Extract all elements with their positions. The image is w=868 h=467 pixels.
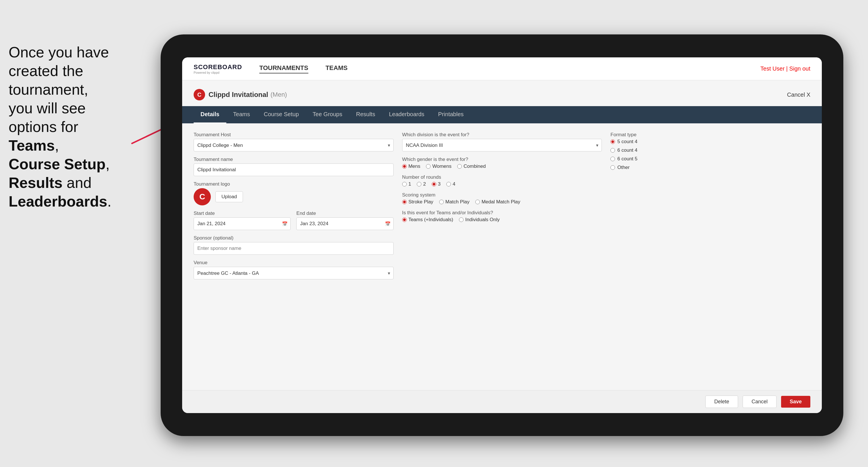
- tournament-host-select-wrap: Clippd College - Men: [194, 139, 394, 152]
- teams-radio-group: Teams (+Individuals) Individuals Only: [402, 217, 602, 223]
- gender-radio-group: Mens Womens Combined: [402, 163, 602, 169]
- tournament-host-select[interactable]: Clippd College - Men: [194, 139, 394, 152]
- teams-individuals-only[interactable]: Individuals Only: [459, 217, 500, 223]
- save-button[interactable]: Save: [781, 396, 810, 408]
- tablet-screen: SCOREBOARD Powered by clippd TOURNAMENTS…: [182, 57, 822, 413]
- rounds-radio-group: 1 2 3 4: [402, 181, 602, 187]
- instruction-line5: options for: [9, 119, 78, 135]
- instruction-teams: Teams: [9, 137, 55, 154]
- rounds-4[interactable]: 4: [446, 181, 455, 187]
- teams-plus-individuals[interactable]: Teams (+Individuals): [402, 217, 453, 223]
- gender-group: Which gender is the event for? Mens Wome…: [402, 157, 602, 169]
- instruction-text: Once you have created the tournament, yo…: [0, 37, 161, 217]
- rounds-3[interactable]: 3: [432, 181, 441, 187]
- rounds-label: Number of rounds: [402, 175, 602, 180]
- scoring-group: Scoring system Stroke Play Match Play Me…: [402, 192, 602, 205]
- bottom-bar: Delete Cancel Save: [182, 390, 822, 413]
- tab-tee-groups[interactable]: Tee Groups: [306, 106, 349, 123]
- logo-sub: Powered by clippd: [194, 71, 242, 74]
- gender-combined[interactable]: Combined: [457, 163, 486, 169]
- format-group: Format type 5 count 4 6 count 4 6 count …: [611, 132, 810, 170]
- content-area: C Clippd Invitational (Men) Cancel X Det…: [182, 80, 822, 390]
- venue-group: Venue Peachtree GC - Atlanta - GA: [194, 260, 394, 279]
- nav-links: TOURNAMENTS TEAMS: [259, 64, 761, 73]
- venue-select-wrap: Peachtree GC - Atlanta - GA: [194, 267, 394, 279]
- scoring-match[interactable]: Match Play: [439, 199, 470, 205]
- form-grid: Tournament Host Clippd College - Men Tou…: [194, 132, 810, 279]
- tournament-logo-label: Tournament logo: [194, 181, 394, 187]
- form-column-3: Format type 5 count 4 6 count 4 6 count …: [611, 132, 810, 279]
- nav-tournaments[interactable]: TOURNAMENTS: [259, 64, 308, 73]
- top-nav: SCOREBOARD Powered by clippd TOURNAMENTS…: [182, 57, 822, 80]
- tab-course-setup[interactable]: Course Setup: [257, 106, 306, 123]
- logo-circle: C: [194, 188, 211, 206]
- gender-label: Which gender is the event for?: [402, 157, 602, 162]
- sponsor-label: Sponsor (optional): [194, 235, 394, 241]
- end-date-wrap: [296, 217, 393, 230]
- instruction-line4: you will see: [9, 100, 86, 117]
- user-text[interactable]: Test User | Sign out: [761, 65, 810, 72]
- tournament-name-label: Tournament name: [194, 157, 394, 162]
- end-date-input[interactable]: [296, 217, 393, 230]
- end-date-label: End date: [296, 211, 393, 216]
- venue-select[interactable]: Peachtree GC - Atlanta - GA: [194, 267, 394, 279]
- tab-printables[interactable]: Printables: [431, 106, 470, 123]
- upload-button[interactable]: Upload: [215, 191, 243, 202]
- tournament-host-label: Tournament Host: [194, 132, 394, 138]
- tablet-frame: SCOREBOARD Powered by clippd TOURNAMENTS…: [161, 34, 843, 436]
- teams-label: Is this event for Teams and/or Individua…: [402, 210, 602, 216]
- scoring-stroke[interactable]: Stroke Play: [402, 199, 433, 205]
- division-select[interactable]: NCAA Division III: [402, 139, 602, 152]
- tournament-name-group: Tournament name: [194, 157, 394, 176]
- tournament-host-group: Tournament Host Clippd College - Men: [194, 132, 394, 152]
- tab-teams[interactable]: Teams: [226, 106, 257, 123]
- start-date-wrap: [194, 217, 290, 230]
- division-select-wrap: NCAA Division III: [402, 139, 602, 152]
- breadcrumb-logo: C: [194, 89, 205, 100]
- teams-group: Is this event for Teams and/or Individua…: [402, 210, 602, 223]
- logo-upload-area: C Upload: [194, 188, 394, 206]
- format-other[interactable]: Other: [611, 165, 810, 170]
- rounds-1[interactable]: 1: [402, 181, 411, 187]
- tab-details[interactable]: Details: [194, 106, 226, 123]
- nav-teams[interactable]: TEAMS: [326, 64, 348, 73]
- logo-text: SCOREBOARD: [194, 63, 242, 71]
- instruction-course-setup: Course Setup: [9, 156, 105, 173]
- cancel-button[interactable]: Cancel: [743, 396, 776, 408]
- scoring-radio-group: Stroke Play Match Play Medal Match Play: [402, 199, 602, 205]
- scoring-label: Scoring system: [402, 192, 602, 198]
- instruction-line2: created the: [9, 63, 83, 79]
- delete-button[interactable]: Delete: [705, 396, 738, 408]
- format-6count4[interactable]: 6 count 4: [611, 148, 810, 153]
- format-label: Format type: [611, 132, 810, 138]
- venue-label: Venue: [194, 260, 394, 266]
- cancel-top-button[interactable]: Cancel X: [787, 92, 810, 98]
- tournament-logo-group: Tournament logo C Upload: [194, 181, 394, 206]
- gender-mens[interactable]: Mens: [402, 163, 421, 169]
- format-5count4[interactable]: 5 count 4: [611, 139, 810, 145]
- tabs-row: Details Teams Course Setup Tee Groups Re…: [182, 106, 822, 123]
- gender-womens[interactable]: Womens: [426, 163, 452, 169]
- tournament-name-input[interactable]: [194, 163, 394, 176]
- tab-results[interactable]: Results: [349, 106, 382, 123]
- format-6count5[interactable]: 6 count 5: [611, 156, 810, 162]
- breadcrumb-row: C Clippd Invitational (Men) Cancel X: [194, 89, 810, 100]
- sponsor-input[interactable]: [194, 242, 394, 255]
- tab-leaderboards[interactable]: Leaderboards: [382, 106, 431, 123]
- rounds-group: Number of rounds 1 2 3: [402, 175, 602, 187]
- instruction-results: Results: [9, 175, 63, 191]
- format-options: 5 count 4 6 count 4 6 count 5 Other: [611, 139, 810, 170]
- breadcrumb-title: Clippd Invitational: [209, 91, 268, 99]
- user-area: Test User | Sign out: [761, 65, 810, 72]
- instruction-line1: Once you have: [9, 44, 109, 61]
- rounds-2[interactable]: 2: [417, 181, 426, 187]
- form-column-1: Tournament Host Clippd College - Men Tou…: [194, 132, 394, 279]
- start-date-input[interactable]: [194, 217, 290, 230]
- division-label: Which division is the event for?: [402, 132, 602, 138]
- start-date-label: Start date: [194, 211, 290, 216]
- dates-group: Start date End date: [194, 211, 394, 230]
- logo-area: SCOREBOARD Powered by clippd: [194, 63, 242, 74]
- instruction-leaderboards: Leaderboards: [9, 193, 107, 210]
- instruction-line3: tournament,: [9, 81, 88, 98]
- scoring-medal[interactable]: Medal Match Play: [475, 199, 520, 205]
